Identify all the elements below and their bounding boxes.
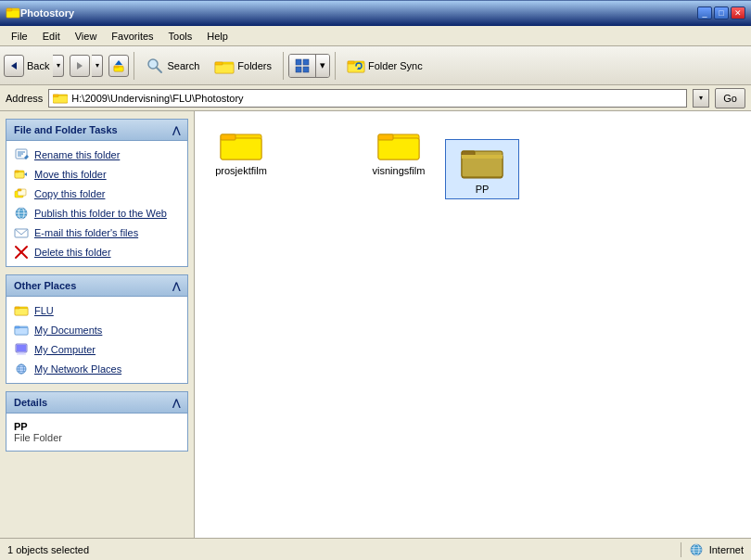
file-item-prosjektfilm[interactable]: prosjektfilm: [204, 121, 278, 199]
menu-help[interactable]: Help: [199, 29, 235, 44]
window-controls[interactable]: _ □ ✕: [697, 6, 745, 19]
my-computer-label: My Computer: [34, 344, 95, 355]
svg-rect-62: [221, 134, 235, 140]
my-computer-icon: [14, 342, 29, 357]
move-folder-link[interactable]: Move this folder: [14, 166, 180, 183]
details-header[interactable]: Details ⋀: [6, 392, 187, 414]
file-folder-tasks-header[interactable]: File and Folder Tasks ⋀: [6, 120, 187, 141]
my-network-label: My Network Places: [34, 363, 121, 375]
file-view: prosjektfilm visningsfilm PP: [195, 111, 751, 538]
title-bar: Photostory _ □ ✕: [0, 0, 751, 26]
menu-favorites[interactable]: Favorites: [104, 29, 160, 44]
left-panel: File and Folder Tasks ⋀ Rename this fold…: [0, 111, 195, 538]
svg-rect-15: [303, 59, 309, 65]
file-folder-tasks-body: Rename this folder Move this folder: [6, 141, 187, 266]
svg-rect-61: [221, 138, 261, 159]
menu-view[interactable]: View: [68, 29, 105, 44]
address-input-container[interactable]: [48, 89, 687, 108]
rename-icon: [14, 147, 29, 162]
toolbar-separator-2: [283, 52, 284, 80]
menu-file[interactable]: File: [4, 29, 35, 44]
file-folder-tasks-section: File and Folder Tasks ⋀ Rename this fold…: [6, 119, 188, 267]
search-button[interactable]: Search: [139, 50, 206, 82]
svg-marker-3: [11, 62, 17, 70]
file-item-visningsfilm[interactable]: visningsfilm: [362, 121, 436, 199]
email-icon: [14, 225, 29, 240]
details-filetype: File Folder: [14, 432, 180, 443]
go-button[interactable]: Go: [715, 88, 745, 108]
publish-folder-label: Publish this folder to the Web: [34, 208, 167, 219]
menu-bar: File Edit View Favorites Tools Help: [0, 26, 751, 46]
folders-label: Folders: [237, 60, 272, 71]
collapse-icon-3: ⋀: [172, 398, 180, 408]
back-label: Back: [23, 60, 53, 71]
copy-folder-label: Copy this folder: [34, 188, 105, 199]
address-input[interactable]: [71, 93, 682, 104]
delete-folder-link[interactable]: Delete this folder: [14, 244, 180, 261]
file-label-pp: PP: [476, 184, 490, 195]
folder-sync-button[interactable]: Folder Sync: [340, 50, 429, 82]
up-button[interactable]: [108, 55, 129, 77]
svg-rect-54: [17, 354, 26, 355]
back-button[interactable]: [4, 55, 24, 77]
details-section: Details ⋀ PP File Folder: [6, 391, 188, 452]
maximize-button[interactable]: □: [714, 6, 729, 19]
delete-folder-label: Delete this folder: [34, 247, 111, 258]
menu-tools[interactable]: Tools: [161, 29, 200, 44]
copy-folder-link[interactable]: Copy this folder: [14, 185, 180, 202]
my-network-link[interactable]: My Network Places: [14, 361, 180, 377]
svg-rect-64: [378, 138, 419, 159]
svg-rect-69: [462, 155, 503, 159]
view-toggle[interactable]: ▾: [288, 54, 330, 78]
svg-rect-49: [15, 328, 28, 336]
toolbar-separator-1: [134, 52, 134, 80]
svg-marker-33: [24, 172, 27, 176]
details-filename: PP: [14, 421, 180, 432]
folder-icon-prosjektfilm: [219, 125, 263, 162]
svg-rect-36: [18, 189, 21, 191]
menu-edit[interactable]: Edit: [35, 29, 68, 44]
status-zone: Internet: [681, 542, 744, 557]
back-button-group[interactable]: Back ▾: [4, 55, 64, 77]
back-dropdown[interactable]: ▾: [53, 55, 64, 77]
minimize-button[interactable]: _: [697, 6, 712, 19]
copy-icon: [14, 186, 29, 201]
svg-rect-53: [19, 352, 24, 354]
flu-label: FLU: [34, 305, 54, 316]
main-area: File and Folder Tasks ⋀ Rename this fold…: [0, 111, 751, 538]
collapse-icon: ⋀: [172, 125, 180, 135]
address-bar: Address ▾ Go: [0, 85, 751, 111]
rename-folder-label: Rename this folder: [34, 149, 120, 160]
rename-folder-link[interactable]: Rename this folder: [14, 146, 180, 163]
file-label-prosjektfilm: prosjektfilm: [215, 165, 267, 176]
file-label-visningsfilm: visningsfilm: [373, 165, 426, 176]
my-documents-link[interactable]: My Documents: [14, 322, 180, 338]
svg-rect-24: [53, 95, 58, 97]
folder-icon-visningsfilm: [376, 125, 421, 162]
other-places-section: Other Places ⋀ FLU: [6, 274, 188, 384]
email-folder-link[interactable]: E-mail this folder's files: [14, 224, 180, 241]
address-folder-icon: [53, 92, 68, 104]
svg-marker-4: [77, 62, 83, 70]
publish-folder-link[interactable]: Publish this folder to the Web: [14, 205, 180, 222]
forward-button[interactable]: [70, 55, 90, 77]
svg-rect-2: [6, 8, 12, 11]
folders-button[interactable]: Folders: [208, 50, 278, 82]
view-dropdown-button[interactable]: ▾: [315, 55, 329, 77]
close-button[interactable]: ✕: [731, 6, 745, 19]
status-text: 1 objects selected: [7, 544, 681, 555]
flu-folder-icon: [14, 303, 29, 318]
address-dropdown-button[interactable]: ▾: [693, 89, 709, 108]
my-computer-link[interactable]: My Computer: [14, 341, 180, 358]
folder-icon-pp: [460, 144, 504, 181]
forward-dropdown[interactable]: ▾: [92, 55, 103, 77]
other-places-header[interactable]: Other Places ⋀: [6, 275, 187, 297]
svg-line-10: [157, 68, 161, 72]
status-bar: 1 objects selected Internet: [0, 538, 751, 560]
flu-link[interactable]: FLU: [14, 302, 180, 319]
file-item-pp[interactable]: PP: [445, 139, 519, 199]
internet-icon: [689, 542, 704, 557]
svg-marker-8: [115, 60, 122, 65]
svg-rect-31: [15, 172, 24, 179]
view-main-button[interactable]: [289, 55, 315, 77]
